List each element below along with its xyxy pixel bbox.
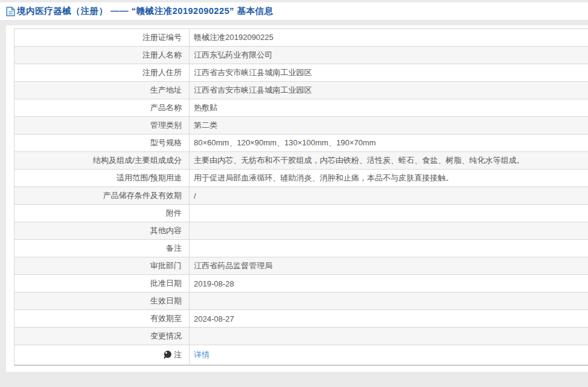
field-label: 产品名称 xyxy=(150,103,182,112)
field-value: 详情 xyxy=(190,345,588,365)
field-label: 生效日期 xyxy=(150,296,182,305)
field-value: 江西省吉安市峡江县城南工业园区 xyxy=(190,64,588,82)
registration-info-table: 注册证编号 赣械注准20192090225 注册人名称 江西东弘药业有限公司 注… xyxy=(14,28,588,366)
header-bar: 境内医疗器械（注册） —— “赣械注准20192090225” 基本信息 xyxy=(0,2,588,21)
table-row: 附件 xyxy=(15,205,588,222)
field-label: 变更情况 xyxy=(150,331,182,340)
field-label: 审批部门 xyxy=(150,261,182,270)
table-row: 备注 xyxy=(15,240,588,257)
table-row: 结构及组成/主要组成成分 主要由内芯、无纺布和不干胶组成，内芯由铁粉、活性炭、蛭… xyxy=(15,152,588,170)
field-value xyxy=(190,293,588,310)
field-label: 管理类别 xyxy=(150,121,182,130)
table-row: 变更情况 xyxy=(15,328,588,345)
field-label: 其他内容 xyxy=(150,226,182,235)
table-row: 产品储存条件及有效期 / xyxy=(15,187,588,205)
table-row: 生产地址 江西省吉安市峡江县城南工业园区 xyxy=(15,82,588,99)
table-row: 批准日期 2019-08-28 xyxy=(15,275,588,293)
field-label: 批准日期 xyxy=(150,279,182,288)
field-label: 结构及组成/主要组成成分 xyxy=(93,156,182,165)
field-label: 注册人住所 xyxy=(142,68,182,77)
table-row: 生效日期 xyxy=(15,293,588,310)
field-label: 注册证编号 xyxy=(142,33,182,42)
table-row: 有效期至 2024-08-27 xyxy=(15,310,588,328)
table-row: 产品名称 热敷贴 xyxy=(15,99,588,117)
content-panel: 注册证编号 赣械注准20192090225 注册人名称 江西东弘药业有限公司 注… xyxy=(6,25,588,372)
field-label: 附件 xyxy=(166,208,182,217)
document-icon xyxy=(6,7,15,16)
field-value: 2019-08-28 xyxy=(190,275,588,293)
table-row: 审批部门 江西省药品监督管理局 xyxy=(15,257,588,275)
field-value: 江西省药品监督管理局 xyxy=(190,257,588,275)
field-value: 第二类 xyxy=(190,117,588,134)
table-row: 管理类别 第二类 xyxy=(15,117,588,134)
table-row: 适用范围/预期用途 用于促进局部血液循环、辅助消炎、消肿和止痛，本品不与皮肤直接… xyxy=(15,170,588,187)
field-label: 注 xyxy=(174,350,182,359)
field-label: 生产地址 xyxy=(150,85,182,94)
field-value: 赣械注准20192090225 xyxy=(190,29,588,47)
field-value: 用于促进局部血液循环、辅助消炎、消肿和止痛，本品不与皮肤直接接触。 xyxy=(190,170,588,187)
details-link[interactable]: 详情 xyxy=(194,350,210,359)
field-value: 2024-08-27 xyxy=(190,310,588,328)
table-row: 型号规格 80×60mm、120×90mm、130×100mm、190×70mm xyxy=(15,134,588,152)
field-value xyxy=(190,222,588,240)
field-value xyxy=(190,328,588,345)
field-value: 江西省吉安市峡江县城南工业园区 xyxy=(190,82,588,99)
field-label: 备注 xyxy=(166,243,182,253)
field-value: 热敷贴 xyxy=(190,99,588,117)
field-value: 主要由内芯、无纺布和不干胶组成，内芯由铁粉、活性炭、蛭石、食盐、树脂、纯化水等组… xyxy=(190,152,588,170)
field-value xyxy=(190,205,588,222)
field-value: 江西东弘药业有限公司 xyxy=(190,47,588,64)
page-title: 境内医疗器械（注册） —— “赣械注准20192090225” 基本信息 xyxy=(17,5,273,17)
field-label: 产品储存条件及有效期 xyxy=(103,191,182,200)
field-label: 适用范围/预期用途 xyxy=(116,173,182,182)
field-label: 型号规格 xyxy=(150,138,182,147)
field-value: / xyxy=(190,187,588,205)
note-balloon-icon xyxy=(164,351,171,358)
field-value: 80×60mm、120×90mm、130×100mm、190×70mm xyxy=(190,134,588,152)
table-row: 注册证编号 赣械注准20192090225 xyxy=(15,29,588,47)
table-row: 其他内容 xyxy=(15,222,588,240)
table-row: 注册人名称 江西东弘药业有限公司 xyxy=(15,47,588,64)
field-label: 有效期至 xyxy=(150,314,182,323)
field-label: 注册人名称 xyxy=(142,50,182,59)
table-row: 注册人住所 江西省吉安市峡江县城南工业园区 xyxy=(15,64,588,82)
field-value xyxy=(190,240,588,257)
table-row: 注 详情 xyxy=(15,345,588,365)
